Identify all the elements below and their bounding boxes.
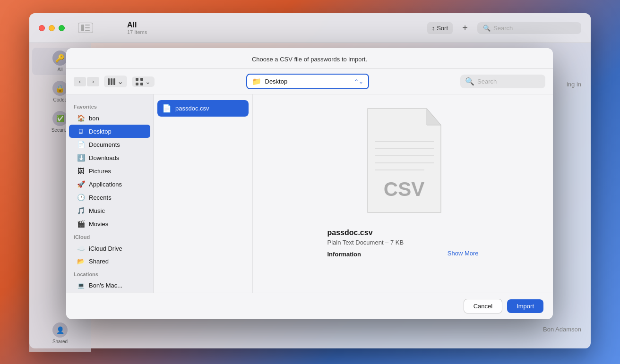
sidebar-item-bon[interactable]: 🏠 bon bbox=[69, 111, 150, 125]
sidebar-item-label: Applications bbox=[89, 181, 122, 188]
info-label: Information bbox=[327, 251, 362, 258]
file-area: 📄 passdoc.csv bbox=[154, 94, 553, 293]
svg-rect-1 bbox=[85, 25, 90, 25]
computer-icon: 💻 bbox=[77, 282, 85, 289]
sort-icon: ↕ bbox=[432, 25, 435, 32]
svg-rect-5 bbox=[111, 78, 112, 85]
sidebar-item-label: Downloads bbox=[89, 154, 119, 161]
sidebar-item-downloads[interactable]: ⬇️ Downloads bbox=[69, 151, 150, 164]
file-list: 📄 passdoc.csv bbox=[154, 94, 253, 293]
sidebar-item-movies[interactable]: 🎬 Movies bbox=[69, 217, 150, 230]
nav-buttons: ‹ › bbox=[74, 77, 99, 86]
file-meta: Plain Text Document – 7 KB bbox=[327, 239, 479, 246]
sidebar-item-label: Movies bbox=[89, 220, 108, 228]
svg-rect-10 bbox=[140, 83, 143, 85]
svg-rect-2 bbox=[85, 27, 90, 28]
show-more-link[interactable]: Show More bbox=[448, 250, 479, 257]
svg-rect-0 bbox=[81, 25, 84, 31]
search-label: Search bbox=[493, 25, 513, 32]
sidebar-item-label: Music bbox=[89, 207, 105, 214]
column-view-button[interactable]: ⌄ bbox=[104, 76, 127, 87]
dialog-body: Favorites 🏠 bon 🖥 Desktop 📄 Documents ⬇️… bbox=[66, 94, 553, 293]
documents-icon: 📄 bbox=[77, 141, 85, 148]
svg-text:CSV: CSV bbox=[383, 178, 424, 200]
location-chevron-icon: ⌃⌄ bbox=[354, 78, 363, 85]
sidebar-item-documents[interactable]: 📄 Documents bbox=[69, 138, 150, 151]
dialog-header: Choose a CSV file of passwords to import… bbox=[66, 48, 553, 69]
folder-icon: 📁 bbox=[252, 77, 261, 86]
forward-button[interactable]: › bbox=[87, 77, 99, 86]
svg-rect-3 bbox=[85, 30, 90, 31]
minimize-button[interactable] bbox=[49, 25, 55, 31]
icloud-label: iCloud bbox=[66, 230, 153, 242]
search-box: 🔍 bbox=[460, 75, 545, 88]
location-label: Desktop bbox=[265, 78, 350, 85]
sidebar-item-pictures[interactable]: 🖼 Pictures bbox=[69, 164, 150, 178]
sidebar-item-shared[interactable]: 📂 Shared bbox=[69, 255, 150, 268]
sort-button[interactable]: ↕ Sort bbox=[427, 22, 453, 34]
location-selector[interactable]: 📁 Desktop ⌃⌄ bbox=[246, 74, 369, 89]
add-button[interactable]: + bbox=[458, 21, 472, 34]
sidebar-item-recents[interactable]: 🕐 Recents bbox=[69, 191, 150, 204]
grid-view-button[interactable]: ⌄ bbox=[132, 76, 155, 87]
icloud-icon: ☁️ bbox=[77, 245, 85, 252]
csv-preview-icon: CSV bbox=[358, 104, 448, 217]
csv-file-icon: 📄 bbox=[162, 104, 172, 113]
file-name: passdoc.csv bbox=[327, 229, 479, 237]
downloads-icon: ⬇️ bbox=[77, 154, 85, 161]
search-bar: 🔍 Search bbox=[477, 22, 581, 34]
file-open-dialog: Choose a CSV file of passwords to import… bbox=[66, 48, 553, 319]
applications-icon: 🚀 bbox=[77, 180, 85, 188]
file-info-row: Information Show More bbox=[327, 250, 479, 258]
maximize-button[interactable] bbox=[59, 25, 65, 31]
sidebar-item-label: Recents bbox=[89, 194, 112, 201]
favorites-label: Favorites bbox=[66, 100, 153, 111]
svg-rect-7 bbox=[136, 78, 138, 81]
chevron-down-icon: ⌄ bbox=[117, 77, 123, 86]
dialog-toolbar: ‹ › ⌄ ⌄ 📁 Desktop ⌃⌄ bbox=[66, 69, 553, 94]
svg-rect-9 bbox=[136, 83, 138, 85]
window-title: All bbox=[127, 21, 147, 29]
sidebar-item-label: Desktop bbox=[89, 128, 112, 135]
file-item-passdoc[interactable]: 📄 passdoc.csv bbox=[157, 100, 249, 117]
music-icon: 🎵 bbox=[77, 207, 85, 214]
search-icon: 🔍 bbox=[465, 77, 474, 86]
import-button[interactable]: Import bbox=[507, 299, 543, 313]
sidebar: Favorites 🏠 bon 🖥 Desktop 📄 Documents ⬇️… bbox=[66, 94, 154, 293]
search-icon: 🔍 bbox=[483, 25, 491, 32]
cancel-button[interactable]: Cancel bbox=[464, 299, 502, 313]
search-input[interactable] bbox=[477, 78, 541, 85]
chevron-down-icon-2: ⌄ bbox=[145, 78, 151, 85]
file-info: passdoc.csv Plain Text Document – 7 KB I… bbox=[318, 229, 488, 258]
add-icon: + bbox=[462, 23, 468, 34]
close-button[interactable] bbox=[39, 25, 45, 31]
home-icon: 🏠 bbox=[77, 114, 85, 122]
desktop-icon: 🖥 bbox=[77, 127, 85, 135]
sidebar-item-label: Documents bbox=[89, 141, 120, 148]
shared-icon: 📂 bbox=[77, 258, 85, 265]
svg-rect-6 bbox=[113, 78, 115, 85]
dialog-footer: Cancel Import bbox=[66, 293, 553, 319]
sort-label: Sort bbox=[437, 25, 448, 32]
traffic-lights bbox=[39, 25, 65, 31]
window-subtitle: 17 Items bbox=[127, 29, 147, 35]
preview-area: CSV passdoc.csv Plain Text Document – 7 … bbox=[253, 94, 553, 293]
locations-label: Locations bbox=[66, 268, 153, 279]
sidebar-toggle-icon[interactable] bbox=[78, 23, 93, 33]
pictures-icon: 🖼 bbox=[77, 167, 85, 175]
sidebar-item-label: bon bbox=[89, 115, 99, 122]
sidebar-item-bons-mac[interactable]: 💻 Bon's Mac... bbox=[69, 279, 150, 292]
titlebar: All 17 Items ↕ Sort + 🔍 Search bbox=[29, 13, 591, 43]
sidebar-item-applications[interactable]: 🚀 Applications bbox=[69, 178, 150, 191]
sidebar-item-music[interactable]: 🎵 Music bbox=[69, 204, 150, 217]
back-button[interactable]: ‹ bbox=[74, 77, 86, 86]
svg-rect-4 bbox=[108, 78, 110, 85]
dialog-title: Choose a CSV file of passwords to import… bbox=[252, 56, 367, 63]
recents-icon: 🕐 bbox=[77, 194, 85, 201]
sidebar-item-label: Bon's Mac... bbox=[89, 282, 122, 289]
sidebar-item-desktop[interactable]: 🖥 Desktop bbox=[69, 125, 150, 138]
window-title-area: All 17 Items bbox=[127, 21, 147, 35]
sidebar-item-label: Shared bbox=[89, 258, 109, 265]
sidebar-item-label: Pictures bbox=[89, 168, 111, 175]
sidebar-item-icloud-drive[interactable]: ☁️ iCloud Drive bbox=[69, 242, 150, 255]
